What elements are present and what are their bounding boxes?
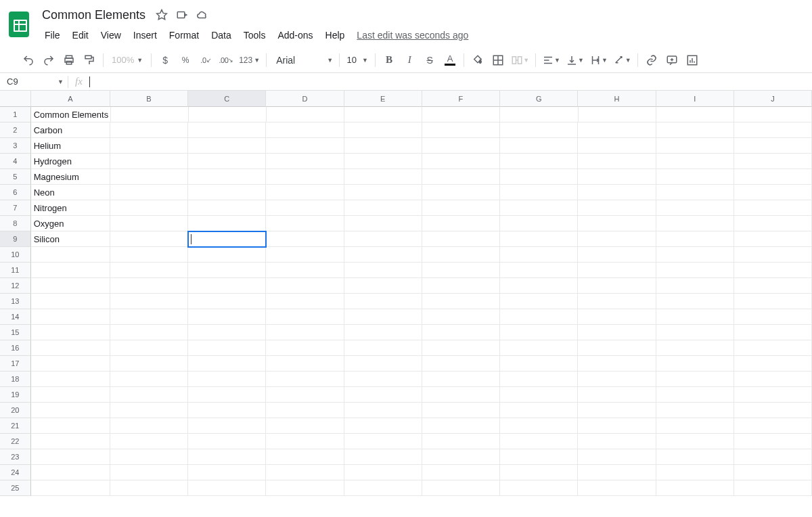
cell-B16[interactable] [110,340,188,356]
cell-B3[interactable] [110,138,188,154]
increase-decimal-button[interactable]: .00↘ [217,51,235,69]
cell-E3[interactable] [344,138,422,154]
cell-J7[interactable] [734,200,812,216]
column-header[interactable]: B [110,91,188,107]
cell-D7[interactable] [266,200,344,216]
row-header[interactable]: 5 [0,169,31,185]
row-header[interactable]: 9 [0,231,31,247]
cell-J20[interactable] [734,403,812,418]
cell-D5[interactable] [266,169,344,185]
row-header[interactable]: 12 [0,278,31,294]
cell-C19[interactable] [188,387,266,403]
cell-D17[interactable] [266,356,344,372]
cell-G20[interactable] [500,403,578,418]
cell-I15[interactable] [656,325,734,340]
cell-H18[interactable] [578,372,656,387]
cell-B9[interactable] [110,231,188,247]
cell-D21[interactable] [266,418,344,434]
cell-A18[interactable] [31,372,110,387]
cell-C4[interactable] [188,154,266,169]
cell-C1[interactable] [189,107,267,122]
text-wrap-button[interactable]: ▼ [587,51,610,69]
cell-J24[interactable] [734,465,812,480]
cell-F8[interactable] [422,216,500,231]
cell-C22[interactable] [188,434,266,449]
cell-H10[interactable] [578,247,656,263]
cell-I10[interactable] [656,247,734,263]
cell-H25[interactable] [578,480,656,496]
text-rotation-button[interactable]: ▼ [611,51,633,69]
cell-I24[interactable] [656,465,734,480]
cell-G6[interactable] [500,185,578,200]
cell-C9[interactable] [188,231,266,247]
cell-B21[interactable] [110,418,188,434]
row-header[interactable]: 16 [0,340,31,356]
cell-H12[interactable] [578,278,656,294]
cell-B19[interactable] [110,387,188,403]
cell-B17[interactable] [110,356,188,372]
row-header[interactable]: 13 [0,294,31,309]
cell-A1[interactable]: Common Elements [31,107,111,122]
cell-B15[interactable] [110,325,188,340]
cell-B13[interactable] [110,294,188,309]
cell-H3[interactable] [578,138,656,154]
cell-H16[interactable] [578,340,656,356]
cell-A8[interactable]: Oxygen [31,216,110,231]
cell-B1[interactable] [111,107,189,122]
cell-A2[interactable]: Carbon [31,122,110,138]
cell-H14[interactable] [578,309,656,325]
row-header[interactable]: 22 [0,434,31,449]
cell-J9[interactable] [734,231,812,247]
cell-B14[interactable] [110,309,188,325]
undo-icon[interactable] [19,51,38,69]
cell-G4[interactable] [500,154,578,169]
zoom-select[interactable]: 100%▼ [108,51,147,69]
column-header[interactable]: J [734,91,812,107]
cell-D2[interactable] [266,122,344,138]
merge-cells-button[interactable]: ▼ [509,51,531,69]
cell-J13[interactable] [734,294,812,309]
cell-H13[interactable] [578,294,656,309]
cell-I9[interactable] [656,231,734,247]
cell-D22[interactable] [266,434,344,449]
cell-C21[interactable] [188,418,266,434]
cell-C23[interactable] [188,449,266,465]
cell-H8[interactable] [578,216,656,231]
cell-A11[interactable] [31,263,110,278]
doc-title[interactable]: Common Elements [39,7,148,24]
print-icon[interactable] [60,51,78,69]
cell-F25[interactable] [422,480,500,496]
cell-G14[interactable] [500,309,578,325]
cell-B22[interactable] [110,434,188,449]
cell-G9[interactable] [500,231,578,247]
cell-E18[interactable] [344,372,422,387]
cell-H1[interactable] [579,107,656,122]
cell-H23[interactable] [578,449,656,465]
cell-C16[interactable] [188,340,266,356]
cell-H17[interactable] [578,356,656,372]
cell-C3[interactable] [188,138,266,154]
cell-C24[interactable] [188,465,266,480]
cell-G23[interactable] [500,449,578,465]
menu-edit[interactable]: Edit [67,27,94,43]
cell-D9[interactable] [266,231,344,247]
cell-J12[interactable] [734,278,812,294]
cell-F9[interactable] [422,231,500,247]
paint-format-icon[interactable] [80,51,99,69]
cell-H4[interactable] [578,154,656,169]
cell-J11[interactable] [734,263,812,278]
cell-C17[interactable] [188,356,266,372]
cell-G25[interactable] [500,480,578,496]
insert-chart-icon[interactable] [683,51,702,69]
cell-H7[interactable] [578,200,656,216]
cell-A5[interactable]: Magnesium [31,169,110,185]
cell-B7[interactable] [110,200,188,216]
cell-H24[interactable] [578,465,656,480]
cell-B24[interactable] [110,465,188,480]
cell-C20[interactable] [188,403,266,418]
cell-J25[interactable] [734,480,812,496]
cell-B8[interactable] [110,216,188,231]
cell-C5[interactable] [188,169,266,185]
row-header[interactable]: 20 [0,403,31,418]
menu-format[interactable]: Format [164,27,204,43]
